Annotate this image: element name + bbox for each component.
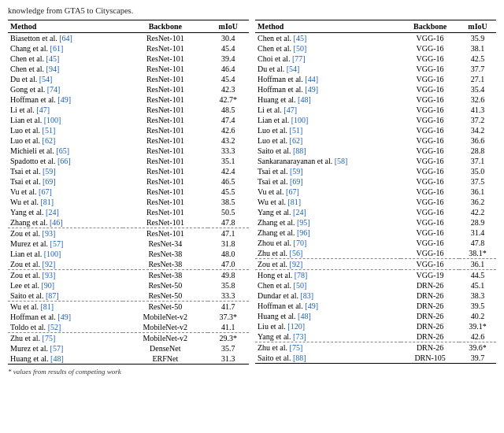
backbone-cell: ResNet-38 (123, 259, 208, 270)
table-row: Toldo et al. [52]MobileNet-v241.1 (8, 322, 249, 333)
miou-cell: 28.9 (459, 217, 496, 228)
method-cell: Luo et al. [51] (255, 125, 401, 135)
table-row: Zou et al. [93]ResNet-3849.8 (8, 270, 249, 281)
table-row: Murez et al. [57]ResNet-3431.8 (8, 239, 249, 249)
backbone-cell: ResNet-101 (123, 74, 208, 84)
right-table-header-row: Method Backbone mIoU (255, 20, 496, 33)
miou-cell: 47.1 (208, 228, 249, 239)
table-row: Hoffman et al. [49]DRN-2639.5 (255, 301, 496, 311)
miou-cell: 36.1 (459, 187, 496, 197)
method-cell: Zou et al. [92] (8, 259, 123, 270)
backbone-cell: VGG-16 (401, 248, 459, 259)
right-backbone-header: Backbone (401, 20, 459, 33)
table-row: Dundar et al. [83]DRN-2638.3 (255, 291, 496, 301)
table-row: Hoffman et al. [49]ResNet-10142.7* (8, 94, 249, 105)
table-row: Tsai et al. [59]VGG-1635.0 (255, 166, 496, 176)
miou-cell: 31.8 (208, 239, 249, 249)
miou-cell: 38.5 (208, 197, 249, 207)
method-cell: Yang et al. [24] (255, 207, 401, 217)
miou-cell: 47.8 (459, 238, 496, 248)
backbone-cell: DRN-26 (401, 280, 459, 291)
backbone-cell: DRN-26 (401, 342, 459, 353)
method-cell: Murez et al. [57] (8, 239, 123, 249)
miou-cell: 49.8 (208, 270, 249, 281)
method-cell: Zhu et al. [56] (255, 248, 401, 259)
backbone-cell: ResNet-101 (123, 207, 208, 217)
method-cell: Zhang et al. [95] (255, 217, 401, 228)
miou-cell: 36.6 (459, 135, 496, 146)
right-table: Method Backbone mIoU Chen et al. [45]VGG… (255, 20, 496, 364)
backbone-cell: VGG-16 (401, 217, 459, 228)
method-cell: Wu et al. [81] (8, 197, 123, 207)
miou-cell: 39.5 (459, 301, 496, 311)
method-cell: Hoffman et al. [44] (255, 74, 401, 84)
table-row: Yang et al. [24]VGG-1642.2 (255, 207, 496, 217)
table-row: Lee et al. [90]ResNet-5035.8 (8, 280, 249, 291)
table-row: Zhu et al. [75]MobileNet-v229.3* (8, 333, 249, 344)
method-cell: Lian et al. [100] (255, 115, 401, 125)
backbone-cell: ResNet-101 (123, 54, 208, 64)
backbone-cell: ResNet-101 (123, 228, 208, 239)
table-row: Wu et al. [81]ResNet-10138.5 (8, 197, 249, 207)
miou-cell: 39.1* (459, 321, 496, 331)
table-row: Huang et al. [48]VGG-1632.6 (255, 94, 496, 105)
miou-cell: 40.2 (459, 311, 496, 321)
table-row: Spadotto et al. [66]ResNet-10135.1 (8, 156, 249, 166)
table-row: Hoffman et al. [49]MobileNet-v237.3* (8, 312, 249, 322)
miou-cell: 39.4 (208, 54, 249, 64)
miou-cell: 45.4 (208, 43, 249, 54)
miou-cell: 45.4 (208, 74, 249, 84)
miou-cell: 33.3 (208, 146, 249, 156)
method-cell: Li et al. [47] (8, 105, 123, 115)
method-cell: Zhu et al. [75] (255, 342, 401, 353)
table-row: Vu et al. [67]VGG-1636.1 (255, 187, 496, 197)
backbone-cell: VGG-16 (401, 94, 459, 105)
backbone-cell: ResNet-50 (123, 291, 208, 302)
table-row: Saito et al. [88]VGG-1628.8 (255, 146, 496, 156)
table-row: Lian et al. [100]VGG-1637.2 (255, 115, 496, 125)
left-table-header-row: Method Backbone mIoU (8, 20, 249, 33)
method-cell: Zhang et al. [46] (8, 217, 123, 228)
miou-cell: 42.6 (459, 331, 496, 342)
method-cell: Tsai et al. [59] (8, 166, 123, 176)
backbone-cell: VGG-16 (401, 84, 459, 94)
miou-cell: 41.3 (459, 105, 496, 115)
tables-wrapper: Method Backbone mIoU Biasetton et al. [6… (8, 20, 496, 365)
miou-cell: 42.3 (208, 84, 249, 94)
table-row: Luo et al. [51]VGG-1634.2 (255, 125, 496, 135)
method-cell: Chen et al. [94] (8, 64, 123, 74)
method-cell: Luo et al. [51] (8, 125, 123, 135)
left-miou-header: mIoU (208, 20, 249, 33)
method-cell: Sankaranarayanan et al. [58] (255, 156, 401, 166)
miou-cell: 42.6 (208, 125, 249, 135)
backbone-cell: ResNet-101 (123, 166, 208, 176)
backbone-cell: ResNet-101 (123, 176, 208, 187)
miou-cell: 35.7 (208, 343, 249, 353)
footnote: * values from results of competing work (8, 368, 496, 376)
method-cell: Du et al. [54] (8, 74, 123, 84)
method-cell: Zhu et al. [75] (8, 333, 123, 344)
backbone-cell: VGG-16 (401, 135, 459, 146)
method-cell: Saito et al. [88] (255, 146, 401, 156)
backbone-cell: ResNet-101 (123, 187, 208, 197)
method-cell: Tsai et al. [69] (8, 176, 123, 187)
method-cell: Saito et al. [88] (255, 353, 401, 364)
table-row: Zhou et al. [70]VGG-1647.8 (255, 238, 496, 248)
backbone-cell: VGG-19 (401, 270, 459, 281)
miou-cell: 41.1 (208, 322, 249, 333)
backbone-cell: DRN-26 (401, 301, 459, 311)
backbone-cell: ResNet-101 (123, 217, 208, 228)
method-cell: Luo et al. [62] (255, 135, 401, 146)
backbone-cell: VGG-16 (401, 33, 459, 44)
method-cell: Spadotto et al. [66] (8, 156, 123, 166)
table-row: Saito et al. [88]DRN-10539.7 (255, 353, 496, 364)
table-row: Zhang et al. [95]VGG-1628.9 (255, 217, 496, 228)
miou-cell: 38.3 (459, 291, 496, 301)
table-row: Vu et al. [67]ResNet-10145.5 (8, 187, 249, 197)
backbone-cell: DRN-26 (401, 321, 459, 331)
miou-cell: 34.2 (459, 125, 496, 135)
table-row: Yang et al. [73]DRN-2642.6 (255, 331, 496, 342)
backbone-cell: ResNet-101 (123, 156, 208, 166)
miou-cell: 46.5 (208, 176, 249, 187)
backbone-cell: VGG-16 (401, 64, 459, 74)
